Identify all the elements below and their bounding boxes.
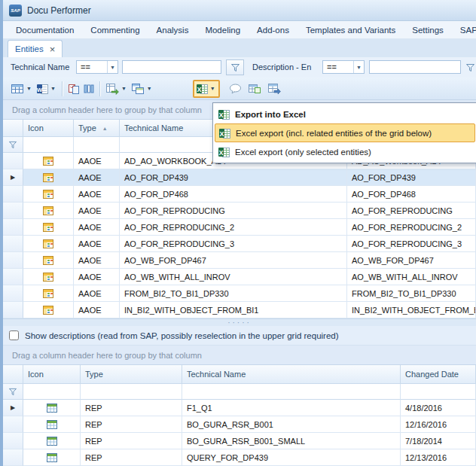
workbook-icon	[23, 203, 74, 219]
menu-item-documentation[interactable]: Documentation	[8, 23, 82, 37]
filter-cell[interactable]	[23, 384, 81, 400]
grid-export-icon	[11, 83, 24, 95]
show-descriptions-label: Show descriptions (read from SAP, possib…	[25, 331, 339, 340]
row-indicator-icon: ▶	[11, 404, 15, 411]
comment-button[interactable]	[227, 80, 243, 98]
funnel-icon	[8, 388, 17, 396]
filter-bar: Technical Name == ▼ Description - En == …	[3, 58, 476, 78]
excel-export-icon: X	[196, 83, 208, 95]
table-row-selected[interactable]: ▶ REP F1_Q1 4/18/2016	[3, 400, 476, 416]
svg-text:X: X	[218, 148, 223, 156]
table-row[interactable]: REP BO_GURA_RSR_B001_SMALL 7/18/2014	[3, 433, 476, 449]
svg-text:X: X	[197, 85, 201, 93]
grid-export-button[interactable]: ▼	[9, 80, 35, 98]
filter-cell[interactable]	[23, 137, 74, 153]
menu-item-analysis[interactable]: Analysis	[148, 23, 197, 37]
columns-button[interactable]	[81, 80, 96, 98]
lower-grid-rows: ▶ REP F1_Q1 4/18/2016 REP BO_GURA_RSR_B0…	[3, 400, 476, 466]
row-indicator-header	[3, 120, 23, 137]
menu-item-addons[interactable]: Add-ons	[249, 23, 298, 37]
menu-item-commenting[interactable]: Commenting	[82, 23, 148, 37]
chevron-down-icon[interactable]: ▼	[107, 61, 117, 73]
show-descriptions-panel: Show descriptions (read from SAP, possib…	[3, 326, 476, 346]
duplicate-grid-button[interactable]	[246, 80, 263, 98]
menu-item-sap-import[interactable]: SAP I	[452, 23, 476, 37]
chevron-down-icon[interactable]: ▼	[209, 86, 217, 91]
table-row[interactable]: AAOE AO_WB_WITH_ALL_INROV AO_WB_WITH_ALL…	[3, 269, 476, 285]
workbook-icon	[23, 219, 74, 236]
tab-close-icon[interactable]: ×	[50, 45, 56, 53]
lower-header-row: Icon Type Technical Name Changed Date	[3, 365, 476, 384]
workbook-icon	[23, 236, 74, 252]
toolbar-separator	[62, 81, 63, 96]
table-row[interactable]: AAOE AO_FOR_DP468 AO_FOR_DP468	[3, 186, 476, 203]
chevron-down-icon[interactable]: ▼	[145, 86, 154, 91]
grid-arrow-button[interactable]	[266, 80, 282, 98]
upper-grid-rows: AAOE AD_AO_WORKBOOK_AD7 AD_AO_Workbook_A…	[3, 153, 476, 318]
chevron-down-icon[interactable]: ▼	[49, 86, 57, 91]
table-row[interactable]: REP BO_GURA_RSR_B001 12/16/2016	[3, 416, 476, 433]
excel-export-button[interactable]: X ▼	[193, 80, 220, 98]
menu-item-excel-export-related[interactable]: X Excel export (incl. related entities o…	[215, 123, 475, 142]
export-related-icon	[105, 83, 119, 95]
column-header-icon[interactable]: Icon	[23, 365, 81, 384]
menu-item-export-into-excel[interactable]: X Export into Excel	[215, 105, 475, 123]
chevron-down-icon[interactable]: ▼	[353, 61, 364, 73]
toolbar-separator	[99, 81, 101, 96]
workbook-icon	[23, 186, 74, 203]
description-filter-button[interactable]	[463, 59, 476, 75]
columns-icon	[83, 83, 95, 95]
excel-icon: X	[218, 146, 230, 158]
comment-icon	[229, 84, 242, 94]
chevron-down-icon[interactable]: ▼	[25, 86, 33, 91]
table-row[interactable]: AAOE AO_FOR_REPRODUCING AO_FOR_REPRODUCI…	[3, 203, 476, 219]
svg-text:X: X	[218, 111, 223, 118]
app-window: SAP Docu Performer Documentation Comment…	[0, 0, 476, 466]
column-header-technical-name[interactable]: Technical Name	[182, 365, 401, 384]
table-row[interactable]: AAOE IN_BI2_WITH_OBJECT_FROM_BI1 IN_BI2_…	[3, 302, 476, 318]
table-row[interactable]: AAOE FROM_BI2_TO_BI1_DP330 FROM_BI2_TO_B…	[3, 285, 476, 302]
copy-grid-icon	[131, 83, 145, 95]
table-row[interactable]: REP QUERY_FOR_DP439 12/13/2016	[3, 449, 476, 466]
chevron-down-icon[interactable]: ▼	[120, 86, 128, 91]
table-row-selected[interactable]: ▶ AAOE AO_FOR_DP439 AO_FOR_DP439	[3, 169, 476, 186]
menu-item-settings[interactable]: Settings	[404, 23, 452, 37]
description-operator-select[interactable]: == ▼	[322, 60, 365, 74]
workbook-icon	[23, 285, 74, 302]
export-related-button[interactable]: ▼	[104, 80, 130, 98]
filter-cell[interactable]	[74, 137, 120, 153]
column-header-changed-date[interactable]: Changed Date	[401, 365, 476, 384]
word-export-button[interactable]: W ▼	[35, 80, 59, 98]
menu-item-modeling[interactable]: Modeling	[197, 23, 249, 37]
compare-icon	[68, 83, 80, 95]
technical-name-filter-input[interactable]	[122, 60, 221, 74]
svg-text:W: W	[37, 86, 43, 93]
title-bar: SAP Docu Performer	[3, 0, 476, 21]
workbook-icon	[23, 269, 74, 285]
word-export-icon: W	[36, 83, 48, 95]
description-filter-input[interactable]	[369, 60, 461, 74]
filter-cell[interactable]	[81, 384, 182, 400]
column-header-type[interactable]: Type	[81, 365, 182, 384]
table-row[interactable]: AAOE AO_FOR_REPRODUCING_3 AO_FOR_REPRODU…	[3, 236, 476, 252]
technical-name-operator-select[interactable]: == ▼	[76, 60, 118, 74]
column-header-type[interactable]: Type▲	[74, 120, 120, 137]
column-header-icon[interactable]: Icon	[23, 120, 74, 137]
table-row[interactable]: AAOE AO_FOR_REPRODUCING_2 AO_FOR_REPRODU…	[3, 219, 476, 236]
table-row[interactable]: AAOE AO_WB_FOR_DP467 AO_WB_FOR_DP467	[3, 252, 476, 269]
filter-cell[interactable]	[182, 384, 401, 400]
lower-group-panel[interactable]: Drag a column header here to group by th…	[3, 346, 476, 365]
copy-grid-button[interactable]: ▼	[130, 80, 155, 98]
tab-entities[interactable]: Entities ×	[8, 40, 63, 57]
technical-name-filter-button[interactable]	[226, 59, 244, 75]
menu-bar: Documentation Commenting Analysis Modeli…	[3, 21, 476, 39]
menu-item-excel-export-selected[interactable]: X Excel export (only selected entities)	[215, 142, 475, 161]
show-descriptions-checkbox[interactable]	[9, 330, 19, 340]
row-indicator-icon: ▶	[11, 174, 15, 181]
workbook-icon	[23, 169, 74, 186]
compare-button[interactable]	[66, 80, 81, 98]
tab-label: Entities	[15, 44, 44, 53]
menu-item-templates-and-variants[interactable]: Templates and Variants	[298, 23, 404, 37]
filter-cell[interactable]	[401, 384, 476, 400]
sort-ascending-icon: ▲	[102, 126, 108, 131]
